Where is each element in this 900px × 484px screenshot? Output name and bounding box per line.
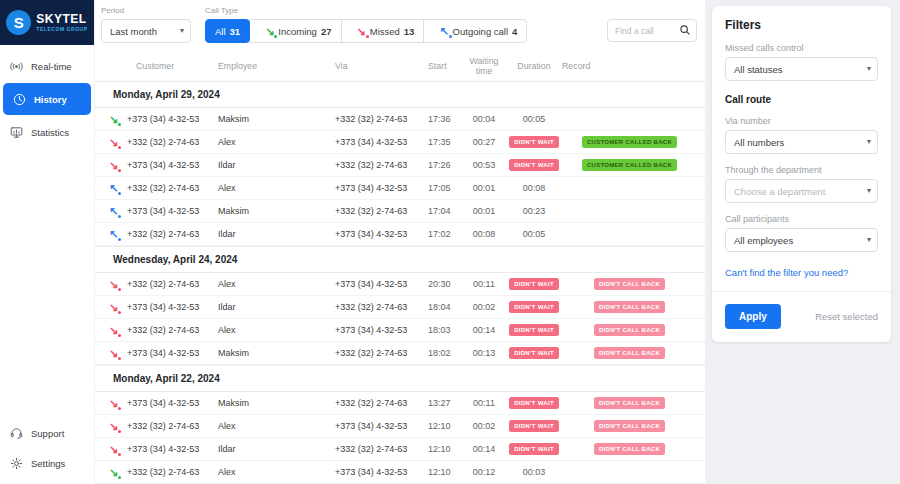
date-group: Monday, April 29, 2024↘+373 (34) 4-32-53… — [95, 81, 705, 246]
start-cell: 18:02 — [428, 348, 462, 358]
chip-label: Outgoing call — [453, 26, 508, 37]
filter-help-link[interactable]: Can't find the filter you need? — [725, 267, 878, 278]
table-row[interactable]: ↘+332 (32) 2-74-63Alex+373 (34) 4-32-531… — [95, 461, 705, 484]
waiting-time-cell: 00:01 — [462, 206, 506, 216]
waiting-time-cell: 00:27 — [462, 137, 506, 147]
employee-cell: Alex — [215, 421, 335, 431]
duration-cell: 00:08 — [506, 183, 562, 193]
table-row[interactable]: ↘+332 (32) 2-74-63Alex+373 (34) 4-32-531… — [95, 319, 705, 342]
period-select[interactable]: Last month ▾ — [101, 19, 191, 43]
waiting-time-cell: 00:02 — [462, 421, 506, 431]
app-root: S SKYTEL TELECOM GROUP Real-timeHistoryS… — [0, 0, 900, 484]
call-direction-cell: ↘ — [103, 137, 127, 148]
customer-cell: +332 (32) 2-74-63 — [127, 467, 215, 477]
employee-cell: Maksim — [215, 348, 335, 358]
call-type-chip-all[interactable]: All31 — [205, 19, 250, 43]
waiting-time-cell: 00:12 — [462, 467, 506, 477]
start-cell: 17:35 — [428, 137, 462, 147]
employee-cell: Alex — [215, 137, 335, 147]
period-label: Period — [101, 6, 191, 15]
table-row[interactable]: ↘+373 (34) 4-32-53Maksim+332 (32) 2-74-6… — [95, 342, 705, 365]
date-group: Monday, April 22, 2024↘+373 (34) 4-32-53… — [95, 365, 705, 484]
call-participants-select[interactable]: All employees▾ — [725, 228, 878, 252]
table-row[interactable]: ↖+332 (32) 2-74-63Ildar+373 (34) 4-32-53… — [95, 223, 705, 246]
sidebar-item-support[interactable]: Support — [0, 418, 94, 448]
waiting-time-cell: 00:13 — [462, 348, 506, 358]
through-the-department-select[interactable]: Choose a department▾ — [725, 179, 878, 203]
call-direction-cell: ↘ — [103, 279, 127, 290]
apply-button[interactable]: Apply — [725, 304, 781, 329]
chip-label: All — [215, 26, 226, 37]
employee-cell: Maksim — [215, 114, 335, 124]
incoming-call-icon: ↘ — [109, 467, 118, 478]
sidebar-item-settings[interactable]: Settings — [0, 448, 94, 478]
reset-selected-button[interactable]: Reset selected — [815, 311, 878, 322]
employee-cell: Maksim — [215, 206, 335, 216]
table-row[interactable]: ↘+332 (32) 2-74-63Alex+373 (34) 4-32-531… — [95, 415, 705, 438]
customer-cell: +373 (34) 4-32-53 — [127, 398, 215, 408]
call-type-chip-outgoing[interactable]: ↖Outgoing call4 — [423, 19, 527, 43]
table-row[interactable]: ↘+332 (32) 2-74-63Alex+373 (34) 4-32-532… — [95, 273, 705, 296]
customer-cell: +373 (34) 4-32-53 — [127, 348, 215, 358]
sidebar-nav: Real-timeHistoryStatistics — [0, 51, 94, 147]
call-type-chip-missed[interactable]: ↘Missed13 — [341, 19, 425, 43]
missed-call-icon: ↘ — [357, 26, 366, 37]
waiting-time-cell: 00:53 — [462, 160, 506, 170]
sidebar-item-statistics[interactable]: Statistics — [0, 117, 94, 147]
call-direction-cell: ↖ — [103, 229, 127, 240]
start-cell: 17:04 — [428, 206, 462, 216]
employee-cell: Alex — [215, 467, 335, 477]
employee-cell: Ildar — [215, 160, 335, 170]
brand-tagline: TELECOM GROUP — [36, 27, 87, 32]
table-row[interactable]: ↖+373 (34) 4-32-53Maksim+332 (32) 2-74-6… — [95, 200, 705, 223]
call-type-group: Call Type All31↘Incoming27↘Missed13↖Outg… — [205, 6, 527, 43]
chip-label: Incoming — [278, 26, 317, 37]
call-direction-cell: ↘ — [103, 421, 127, 432]
table-row[interactable]: ↘+332 (32) 2-74-63Alex+373 (34) 4-32-531… — [95, 131, 705, 154]
duration-cell: 00:23 — [506, 206, 562, 216]
waiting-time-cell: 00:04 — [462, 114, 506, 124]
missed-call-icon: ↘ — [109, 398, 118, 409]
status-badge: DIDN'T CALL BACK — [594, 347, 665, 359]
waiting-time-cell: 00:02 — [462, 302, 506, 312]
via-cell: +332 (32) 2-74-63 — [335, 444, 428, 454]
waiting-time-cell: 00:14 — [462, 444, 506, 454]
start-cell: 17:36 — [428, 114, 462, 124]
sidebar-item-history[interactable]: History — [3, 83, 91, 115]
start-cell: 12:10 — [428, 444, 462, 454]
employee-cell: Ildar — [215, 229, 335, 239]
via-cell: +373 (34) 4-32-53 — [335, 467, 428, 477]
filters-title: Filters — [725, 18, 878, 32]
customer-cell: +373 (34) 4-32-53 — [127, 206, 215, 216]
duration-cell: 00:05 — [506, 114, 562, 124]
table-row[interactable]: ↘+373 (34) 4-32-53Ildar+332 (32) 2-74-63… — [95, 296, 705, 319]
call-type-chip-incoming[interactable]: ↘Incoming27 — [249, 19, 341, 43]
table-row[interactable]: ↘+373 (34) 4-32-53Ildar+332 (32) 2-74-63… — [95, 438, 705, 461]
missed-calls-control-select[interactable]: All statuses▾ — [725, 57, 878, 81]
customer-cell: +332 (32) 2-74-63 — [127, 229, 215, 239]
via-cell: +373 (34) 4-32-53 — [335, 421, 428, 431]
call-direction-cell: ↘ — [103, 160, 127, 171]
via-cell: +332 (32) 2-74-63 — [335, 160, 428, 170]
call-direction-cell: ↘ — [103, 348, 127, 359]
via-number-select[interactable]: All numbers▾ — [725, 130, 878, 154]
duration-cell: DIDN'T WAIT — [506, 301, 562, 313]
table-row[interactable]: ↖+332 (32) 2-74-63Alex+373 (34) 4-32-531… — [95, 177, 705, 200]
sidebar-item-real-time[interactable]: Real-time — [0, 51, 94, 81]
call-direction-cell: ↘ — [103, 114, 127, 125]
call-direction-cell: ↘ — [103, 467, 127, 478]
stats-icon — [9, 125, 24, 140]
table-row[interactable]: ↘+373 (34) 4-32-53Ildar+332 (32) 2-74-63… — [95, 154, 705, 177]
table-row[interactable]: ↘+373 (34) 4-32-53Maksim+332 (32) 2-74-6… — [95, 108, 705, 131]
sidebar-nav-bottom: SupportSettings — [0, 418, 94, 478]
filter-fields: Missed calls controlAll statuses▾Call ro… — [725, 43, 878, 252]
table-row[interactable]: ↘+373 (34) 4-32-53Maksim+332 (32) 2-74-6… — [95, 392, 705, 415]
record-cell: DIDN'T CALL BACK — [562, 443, 697, 455]
period-value: Last month — [110, 26, 157, 37]
search-icon — [678, 23, 692, 37]
record-cell: DIDN'T CALL BACK — [562, 397, 697, 409]
realtime-icon — [9, 59, 24, 74]
status-badge: DIDN'T WAIT — [509, 136, 559, 148]
via-cell: +332 (32) 2-74-63 — [335, 348, 428, 358]
customer-cell: +332 (32) 2-74-63 — [127, 325, 215, 335]
